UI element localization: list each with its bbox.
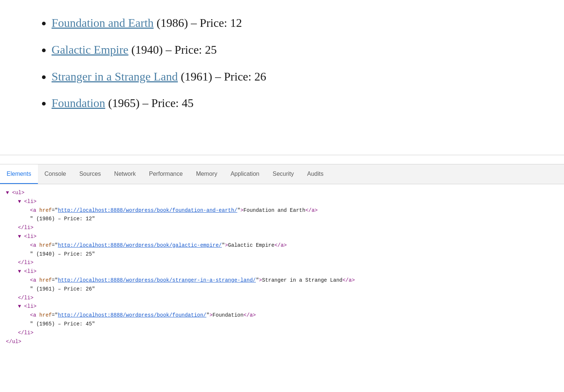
xml-link[interactable]: http://localhost:8888/wordpress/book/gal… [58, 242, 222, 248]
xml-attr-name: href [39, 312, 52, 318]
xml-equals: =" [52, 242, 58, 248]
tree-line-li-open-0: ▼ <li> [6, 197, 558, 206]
tree-line-a-1: <a href="http://localhost:8888/wordpress… [6, 241, 558, 250]
xml-equals: =" [52, 277, 58, 283]
book-list-item: Foundation and Earth (1986) – Price: 12 [52, 15, 535, 31]
xml-tag: <a [30, 277, 39, 283]
xml-tag: <a [30, 312, 39, 318]
xml-text: Galactic Empire [228, 242, 274, 248]
xml-string: " (1961) – Price: 26" [30, 286, 95, 292]
xml-string: " (1940) – Price: 25" [30, 251, 95, 257]
book-list-item: Stranger in a Strange Land (1961) – Pric… [52, 68, 535, 85]
book-link[interactable]: Foundation [52, 96, 105, 110]
xml-link[interactable]: http://localhost:8888/wordpress/book/fou… [58, 312, 206, 318]
xml-tag: </a> [243, 312, 256, 318]
book-text: (1961) – Price: 26 [178, 70, 266, 83]
tree-line-text-2: " (1961) – Price: 26" [6, 285, 558, 294]
devtools-panel: ElementsConsoleSourcesNetworkPerformance… [0, 164, 564, 392]
book-link[interactable]: Stranger in a Strange Land [52, 70, 178, 83]
separator [0, 155, 564, 155]
tab-application[interactable]: Application [224, 164, 266, 184]
tree-line-ul-close: </ul> [6, 338, 558, 346]
xml-tag: </li> [18, 260, 34, 266]
xml-equals: =" [52, 312, 58, 318]
tab-elements[interactable]: Elements [0, 164, 38, 184]
tab-memory[interactable]: Memory [189, 164, 224, 184]
xml-text: Stranger in a Strange Land [262, 277, 342, 283]
xml-string: " (1986) – Price: 12" [30, 216, 95, 222]
devtools-tabs: ElementsConsoleSourcesNetworkPerformance… [0, 164, 564, 184]
xml-attr-name: href [39, 277, 52, 283]
tab-security[interactable]: Security [266, 164, 300, 184]
xml-tag: <a [30, 207, 39, 213]
tree-line-text-0: " (1986) – Price: 12" [6, 215, 558, 224]
book-link[interactable]: Foundation and Earth [52, 16, 154, 29]
tree-line-li-open-2: ▼ <li> [6, 267, 558, 276]
tree-line-a-2: <a href="http://localhost:8888/wordpress… [6, 276, 558, 285]
book-list-item: Galactic Empire (1940) – Price: 25 [52, 42, 535, 58]
tree-line-li-close-2: </li> [6, 294, 558, 303]
book-list-item: Foundation (1965) – Price: 45 [52, 95, 535, 111]
book-link[interactable]: Galactic Empire [52, 43, 128, 56]
xml-text: Foundation and Earth [243, 207, 305, 213]
book-text: (1965) – Price: 45 [105, 96, 194, 110]
xml-quote-close: " [237, 207, 240, 213]
tree-line-li-close-0: </li> [6, 224, 558, 232]
book-text: (1940) – Price: 25 [128, 43, 217, 56]
tree-line-ul-open: ▼ <ul> [6, 189, 558, 197]
xml-tag: ▼ <li> [12, 234, 36, 239]
xml-attr-name: href [39, 242, 52, 248]
xml-tag: </li> [18, 330, 34, 336]
xml-tag: ▼ <li> [12, 303, 36, 309]
xml-attr-name: href [39, 207, 52, 213]
tab-performance[interactable]: Performance [142, 164, 190, 184]
xml-string: " (1965) – Price: 45" [30, 321, 95, 327]
xml-quote-close: " [207, 312, 209, 318]
xml-link[interactable]: http://localhost:8888/wordpress/book/str… [58, 277, 256, 283]
tab-audits[interactable]: Audits [300, 164, 330, 184]
xml-tag: ▼ <li> [12, 199, 36, 204]
tree-line-text-1: " (1940) – Price: 25" [6, 250, 558, 259]
xml-link[interactable]: http://localhost:8888/wordpress/book/fou… [58, 207, 237, 213]
xml-tag: </li> [18, 225, 34, 231]
book-list: Foundation and Earth (1986) – Price: 12G… [29, 15, 535, 111]
tree-line-li-open-3: ▼ <li> [6, 302, 558, 311]
xml-tag: ▼ <ul> [6, 190, 24, 196]
tree-line-a-0: <a href="http://localhost:8888/wordpress… [6, 206, 558, 215]
tab-sources[interactable]: Sources [73, 164, 107, 184]
xml-tag: </a> [342, 277, 355, 283]
tree-line-li-open-1: ▼ <li> [6, 232, 558, 241]
tree-line-li-close-3: </li> [6, 329, 558, 338]
xml-tag-close: > [259, 277, 262, 283]
page-content: Foundation and Earth (1986) – Price: 12G… [0, 0, 564, 144]
xml-tag: ▼ <li> [12, 268, 36, 274]
xml-tag: </ul> [6, 339, 21, 345]
book-text: (1986) – Price: 12 [154, 16, 242, 29]
xml-tag: </li> [18, 295, 34, 301]
xml-tag: </a> [274, 242, 287, 248]
xml-equals: =" [52, 207, 58, 213]
tab-network[interactable]: Network [107, 164, 142, 184]
xml-text: Foundation [212, 312, 243, 318]
tree-line-li-close-1: </li> [6, 259, 558, 267]
tab-console[interactable]: Console [38, 164, 73, 184]
xml-tag: </a> [305, 207, 318, 213]
tree-line-a-3: <a href="http://localhost:8888/wordpress… [6, 311, 558, 320]
xml-tag: <a [30, 242, 39, 248]
xml-quote-close: " [222, 242, 225, 248]
tree-line-text-3: " (1965) – Price: 45" [6, 320, 558, 329]
devtools-content: ▼ <ul> ▼ <li> <a href="http://localhost:… [0, 184, 564, 392]
